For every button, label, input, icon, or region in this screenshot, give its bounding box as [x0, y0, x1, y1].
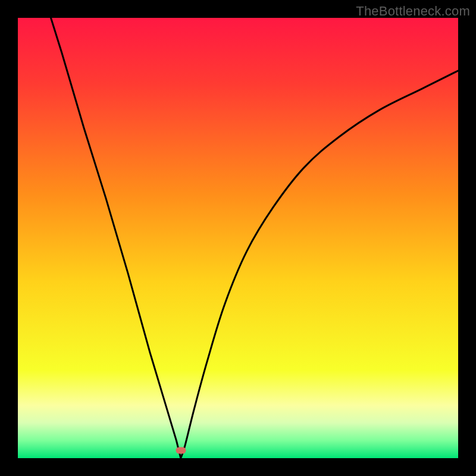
watermark-text: TheBottleneck.com: [356, 4, 470, 19]
plot-area: [18, 18, 458, 458]
optimal-point-marker: [176, 447, 186, 453]
svg-rect-0: [18, 18, 458, 458]
chart-frame: TheBottleneck.com: [0, 0, 476, 476]
background-gradient: [18, 18, 458, 458]
